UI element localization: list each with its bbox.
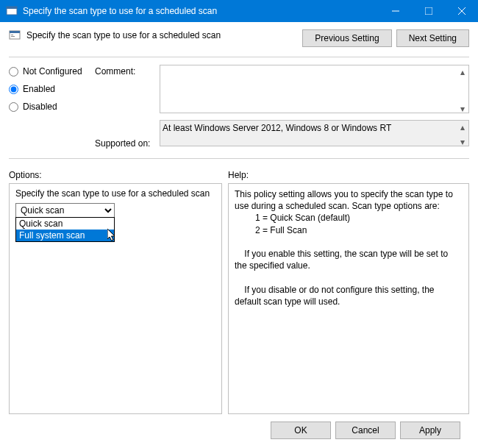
options-panel: Specify the scan type to use for a sched… [9, 183, 222, 414]
titlebar: Specify the scan type to use for a sched… [0, 0, 478, 22]
field-values: ▴ ▾ At least Windows Server 2012, Window… [160, 65, 469, 149]
minimize-button[interactable] [379, 0, 412, 22]
svg-rect-3 [425, 7, 432, 15]
dropdown-item-full-system-scan[interactable]: Full system scan [16, 230, 114, 241]
radio-enabled[interactable]: Enabled [9, 84, 95, 94]
cancel-button[interactable]: Cancel [335, 422, 396, 439]
help-text: This policy setting allows you to specif… [235, 188, 463, 307]
previous-setting-button[interactable]: Previous Setting [302, 29, 391, 47]
footer: OK Cancel Apply [9, 414, 469, 448]
next-setting-button[interactable]: Next Setting [396, 29, 469, 47]
svg-rect-9 [11, 36, 15, 37]
close-button[interactable] [445, 0, 478, 22]
radio-disabled[interactable]: Disabled [9, 102, 95, 112]
scan-type-dropdown: Quick scan Full system scan [15, 217, 115, 242]
scroll-down-icon[interactable]: ▾ [456, 135, 468, 148]
options-description: Specify the scan type to use for a sched… [15, 188, 215, 199]
divider [9, 158, 469, 159]
comment-label: Comment: [95, 65, 160, 77]
content-area: Specify the scan type to use for a sched… [0, 22, 478, 448]
svg-rect-7 [10, 31, 20, 33]
state-radio-group: Not Configured Enabled Disabled [9, 65, 95, 149]
config-row: Not Configured Enabled Disabled Comment:… [9, 65, 469, 149]
dialog-window: Specify the scan type to use for a sched… [0, 0, 478, 448]
svg-rect-8 [11, 35, 13, 35]
maximize-button[interactable] [412, 0, 445, 22]
panels: Specify the scan type to use for a sched… [9, 183, 469, 414]
help-panel: This policy setting allows you to specif… [228, 183, 469, 414]
scroll-down-icon[interactable]: ▾ [456, 102, 468, 115]
scroll-up-icon[interactable]: ▴ [456, 65, 468, 78]
options-label: Options: [9, 170, 228, 180]
scan-type-select[interactable]: Quick scan [15, 203, 115, 218]
panel-labels: Options: Help: [9, 170, 469, 180]
comment-textarea[interactable] [160, 65, 469, 113]
app-icon [6, 5, 18, 17]
apply-button[interactable]: Apply [400, 422, 460, 439]
window-controls [379, 0, 478, 22]
policy-icon [9, 29, 21, 41]
divider [9, 57, 469, 57]
supported-on-text: At least Windows Server 2012, Windows 8 … [160, 120, 469, 146]
radio-not-configured[interactable]: Not Configured [9, 66, 95, 77]
svg-rect-1 [7, 7, 17, 9]
ok-button[interactable]: OK [271, 422, 331, 439]
dropdown-item-quick-scan[interactable]: Quick scan [16, 218, 114, 230]
page-title: Specify the scan type to use for a sched… [26, 30, 221, 40]
supported-label: Supported on: [95, 131, 160, 149]
field-labels: Comment: Supported on: [95, 65, 160, 149]
scroll-up-icon[interactable]: ▴ [456, 121, 468, 133]
header-row: Specify the scan type to use for a sched… [9, 29, 469, 47]
help-label: Help: [228, 170, 249, 180]
titlebar-title: Specify the scan type to use for a sched… [23, 6, 379, 16]
